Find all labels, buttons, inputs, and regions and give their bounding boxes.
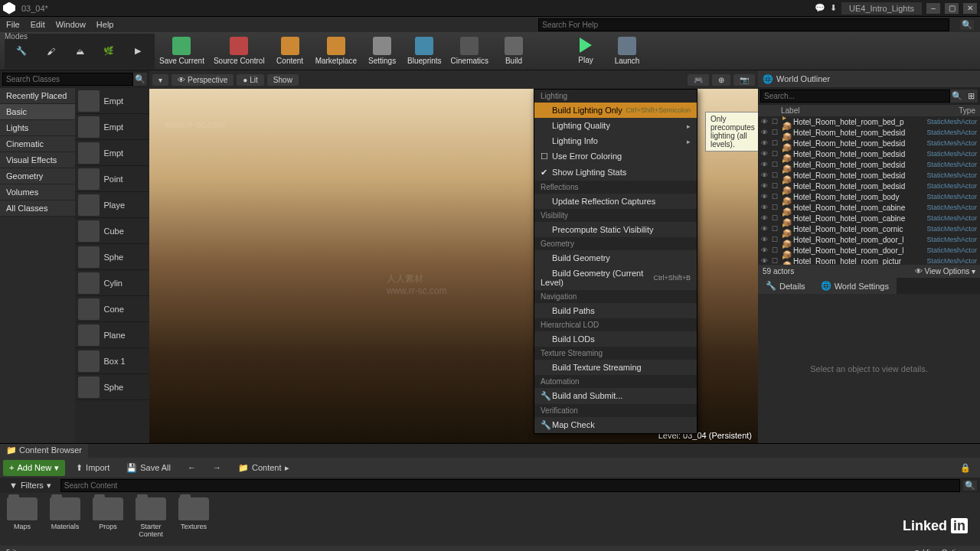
menu-item-build-paths[interactable]: Build Paths [534, 303, 697, 318]
menu-item-build-geometry-current-level-[interactable]: Build Geometry (Current Level)Ctrl+Shift… [534, 266, 697, 290]
place-item[interactable]: Cube [75, 218, 150, 244]
content-button[interactable]: Content [270, 34, 311, 68]
play-button[interactable]: Play [565, 34, 606, 68]
visibility-icon[interactable]: 👁 [761, 204, 772, 211]
search-icon[interactable]: 🔍 [133, 73, 147, 86]
realtime-button[interactable]: ⊕ [712, 74, 730, 86]
menu-item-build-lighting-only[interactable]: Build Lighting OnlyCtrl+Shift+Semicolon [534, 103, 697, 118]
menu-item-build-and-submit-[interactable]: 🔧 Build and Submit... [534, 388, 697, 404]
place-item[interactable]: Empt [75, 140, 150, 166]
category-visual-effects[interactable]: Visual Effects [0, 152, 75, 168]
category-all-classes[interactable]: All Classes [0, 201, 75, 217]
content-path[interactable]: 📁 Content ▸ [232, 460, 296, 476]
visibility-icon[interactable]: 👁 [761, 118, 772, 126]
help-search-input[interactable] [538, 18, 949, 31]
outliner-view-options[interactable]: 👁 View Options ▾ [915, 267, 975, 276]
outliner-search-icon[interactable]: 🔍 [950, 90, 964, 103]
save-current-button[interactable]: Save Current [155, 34, 209, 68]
details-tab[interactable]: 🔧Details [758, 278, 813, 294]
add-new-button[interactable]: + Add New ▾ [3, 460, 65, 476]
close-button[interactable]: ✕ [963, 3, 977, 14]
category-geometry[interactable]: Geometry [0, 168, 75, 184]
place-item[interactable]: Empt [75, 88, 150, 114]
cinematics-button[interactable]: Cinematics [446, 34, 493, 68]
visibility-icon[interactable]: 👁 [761, 193, 772, 201]
menu-item-precompute-static-visibility[interactable]: Precompute Static Visibility [534, 222, 697, 237]
outliner-type-header[interactable]: Type [959, 106, 975, 115]
mode-landscape-icon[interactable]: ⛰ [66, 37, 93, 65]
place-item[interactable]: Box 1 [75, 348, 150, 374]
category-lights[interactable]: Lights [0, 120, 75, 136]
world-settings-tab[interactable]: 🌐World Settings [813, 278, 897, 294]
path-forward-button[interactable]: → [207, 460, 227, 475]
search-classes-input[interactable] [2, 73, 133, 86]
game-view-button[interactable]: 🎮 [688, 74, 709, 86]
launch-button[interactable]: Launch [606, 34, 648, 68]
menu-item-lighting-quality[interactable]: Lighting Quality [534, 118, 697, 133]
visibility-icon[interactable]: 👁 [761, 182, 772, 190]
folder-starter-content[interactable]: Starter Content [133, 497, 168, 541]
menu-edit[interactable]: Edit [31, 20, 45, 29]
minimize-button[interactable]: – [926, 3, 940, 14]
menu-item-map-check[interactable]: 🔧 Map Check [534, 417, 697, 433]
build-button[interactable]: Build [493, 34, 534, 68]
outliner-label-header[interactable]: Label [781, 106, 959, 115]
marketplace-button[interactable]: Marketplace [311, 34, 361, 68]
visibility-icon[interactable]: 👁 [761, 161, 772, 168]
menu-window[interactable]: Window [56, 20, 86, 29]
mode-geometry-icon[interactable]: ▶ [124, 37, 152, 65]
viewport-scene[interactable]: www.rr-sc.com 人人素材www.rr-sc.com 人人素材www.… [149, 89, 758, 443]
visibility-icon[interactable]: 👁 [761, 214, 772, 222]
menu-item-build-texture-streaming[interactable]: Build Texture Streaming [534, 360, 697, 375]
visibility-icon[interactable]: 👁 [761, 225, 772, 233]
save-all-button[interactable]: 💾 Save All [120, 460, 177, 476]
visibility-icon[interactable]: 👁 [761, 150, 772, 158]
help-search-button[interactable]: 🔍 [960, 20, 974, 30]
menu-item-lighting-info[interactable]: Lighting Info [534, 133, 697, 148]
settings-button[interactable]: Settings [361, 34, 403, 68]
menu-item-build-lods[interactable]: Build LODs [534, 331, 697, 347]
category-recently-placed[interactable]: Recently Placed [0, 88, 75, 104]
source-control-button[interactable]: Source Control [209, 34, 270, 68]
mode-foliage-icon[interactable]: 🌿 [95, 37, 122, 65]
visibility-icon[interactable]: 👁 [761, 246, 772, 254]
mode-place-icon[interactable]: 🔧 [8, 37, 35, 65]
category-cinematic[interactable]: Cinematic [0, 136, 75, 152]
visibility-icon[interactable]: 👁 [761, 171, 772, 179]
place-item[interactable]: Playe [75, 192, 150, 218]
outliner-filter-icon[interactable]: ⊞ [964, 90, 978, 103]
content-search-icon[interactable]: 🔍 [963, 481, 977, 491]
menu-file[interactable]: File [6, 20, 20, 29]
outliner-search-input[interactable] [760, 90, 950, 103]
category-volumes[interactable]: Volumes [0, 184, 75, 201]
outliner-row[interactable]: 👁☐▸📦Hotel_Room_hotel_room_picturStaticMe… [758, 256, 980, 265]
visibility-icon[interactable]: 👁 [761, 139, 772, 147]
menu-help[interactable]: Help [96, 20, 114, 29]
menu-item-show-lighting-stats[interactable]: ✔ Show Lighting Stats [534, 165, 697, 181]
visibility-icon[interactable]: 👁 [761, 129, 772, 136]
notification-icon[interactable]: 💬 [815, 3, 825, 13]
lit-button[interactable]: ● Lit [237, 74, 264, 86]
show-button[interactable]: Show [267, 74, 299, 86]
folder-textures[interactable]: Textures [176, 497, 211, 541]
menu-item-use-error-coloring[interactable]: ☐ Use Error Coloring [534, 148, 697, 165]
menu-item-build-geometry[interactable]: Build Geometry [534, 250, 697, 266]
perspective-button[interactable]: 👁 Perspective [172, 74, 234, 86]
blueprints-button[interactable]: Blueprints [403, 34, 446, 68]
content-search-input[interactable] [60, 479, 960, 492]
viewport-options-button[interactable]: ▾ [152, 74, 168, 86]
place-item[interactable]: Sphe [75, 244, 150, 270]
visibility-icon[interactable]: 👁 [761, 236, 772, 243]
folder-materials[interactable]: Materials [47, 497, 83, 541]
menu-item-update-reflection-captures[interactable]: Update Reflection Captures [534, 194, 697, 209]
import-button[interactable]: ⬆ Import [70, 460, 116, 476]
camera-button[interactable]: 📷 [733, 74, 755, 86]
visibility-icon[interactable]: 👁 [761, 257, 772, 265]
path-back-button[interactable]: ← [181, 460, 202, 475]
place-item[interactable]: Plane [75, 322, 150, 348]
lock-button[interactable]: 🔒 [954, 460, 977, 476]
maximize-button[interactable]: ▢ [945, 3, 959, 14]
place-item[interactable]: Sphe [75, 374, 150, 400]
cb-view-options[interactable]: 👁 View Options ▾ [913, 549, 974, 552]
place-item[interactable]: Empt [75, 114, 150, 140]
